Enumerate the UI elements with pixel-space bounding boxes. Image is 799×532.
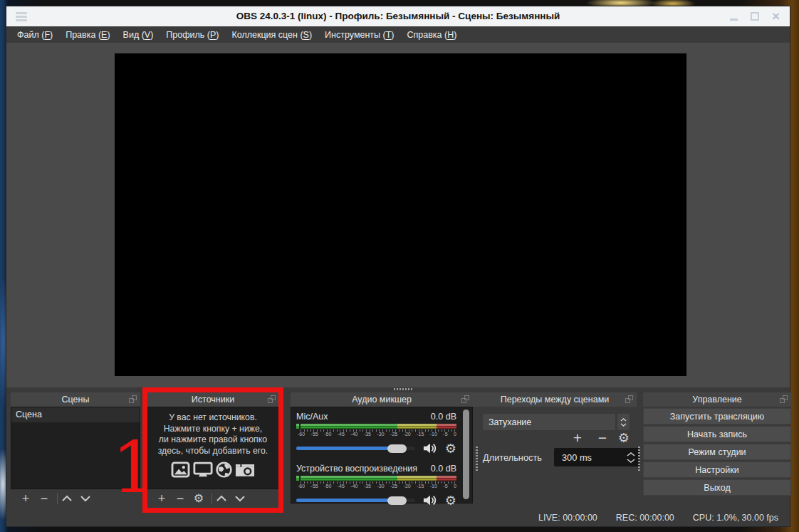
mixer-channel: Mic/Aux 0.0 dB -60-55-50-45-40-35-30-25-… [296,410,456,457]
meter-bar [301,424,456,429]
float-panel-icon[interactable] [268,395,276,403]
menu-item[interactable]: Вид (V) [117,30,160,40]
add-source-button[interactable]: + [152,489,171,508]
image-icon [171,461,190,478]
live-time-status: LIVE: 00:00:00 [538,513,597,523]
maximize-icon [751,12,759,21]
duration-label: Длительность [483,452,542,463]
meter-tick-labels: -60-55-50-45-40-35-30-25-20-15-10-50 [298,432,456,438]
scenes-list[interactable]: Сцена [11,407,140,489]
exit-button[interactable]: Выход [643,479,791,496]
transitions-panel-header[interactable]: Переходы между сценами [473,392,637,407]
volume-slider-handle[interactable] [387,444,407,453]
start-streaming-button[interactable]: Запустить трансляцию [643,408,791,424]
controls-panel-title: Управление [692,395,742,405]
maximize-button[interactable] [751,12,759,21]
volume-slider[interactable] [296,499,415,502]
add-scene-button[interactable]: + [16,489,35,508]
meter-tick-labels: -60-55-50-45-40-35-30-25-20-15-10-50 [298,484,456,490]
float-panel-icon[interactable] [780,395,788,403]
mixer-settings-icon[interactable]: ⚙ [445,442,456,455]
transition-properties-button[interactable]: ⚙ [618,432,630,444]
scenes-toolbar: + − [11,489,140,508]
transitions-toolbar: + − ⚙ [473,429,630,447]
transitions-panel: Переходы между сценами Затухание + − ⚙ Д… [473,392,637,508]
scene-list-item[interactable]: Сцена [11,407,140,422]
panel-resize-handle[interactable] [638,447,640,472]
menu-item[interactable]: Файл (F) [11,30,59,40]
move-scene-up-button[interactable] [61,489,80,508]
volume-slider-fill [296,499,391,502]
desktop-wallpaper: OBS 24.0.3-1 (linux) - Профиль: Безымянн… [0,0,799,532]
minimize-icon [730,19,738,21]
rec-time-status: REC: 00:00:00 [616,513,674,523]
minimize-button[interactable] [730,12,738,21]
transition-selected-value: Затухание [489,417,531,427]
scenes-panel-header[interactable]: Сцены [11,392,140,407]
transitions-panel-title: Переходы между сценами [501,395,610,405]
speaker-icon[interactable] [423,442,437,454]
duration-spin-arrows[interactable] [625,450,637,464]
transition-select[interactable]: Затухание [483,414,615,430]
remove-scene-button[interactable]: − [35,489,53,508]
globe-icon [216,461,232,478]
volume-meter [296,476,456,481]
duration-input[interactable]: 300 ms [554,448,639,466]
channel-name: Mic/Aux [296,412,328,422]
duration-value: 300 ms [562,452,592,463]
move-source-down-button[interactable] [234,489,253,508]
float-panel-icon[interactable] [461,395,469,403]
toolbar-separator [212,494,212,504]
source-properties-button[interactable]: ⚙ [189,493,208,504]
volume-meter [296,424,456,429]
settings-button[interactable]: Настройки [643,461,791,478]
panel-resize-handle[interactable] [476,447,478,472]
menu-item[interactable]: Справка (H) [401,30,464,40]
window-controls: × [730,6,780,26]
window-title: OBS 24.0.3-1 (linux) - Профиль: Безымянн… [6,6,790,26]
remove-source-button[interactable]: − [171,489,189,508]
toolbar-separator [57,494,58,504]
controls-buttons: Запустить трансляцию Начать запись Режим… [643,407,791,496]
controls-panel-header[interactable]: Управление [643,392,791,407]
source-type-icons [147,461,278,478]
scenes-panel-title: Сцены [62,395,90,405]
duration-row: Длительность 300 ms [483,448,633,466]
add-transition-button[interactable]: + [568,429,587,447]
transition-select-arrows[interactable] [617,414,630,430]
remove-transition-button[interactable]: − [593,429,612,447]
volume-slider-fill [296,447,391,450]
sources-panel-header[interactable]: Источники [147,392,279,407]
mixer-settings-icon[interactable]: ⚙ [445,494,456,507]
sources-empty-state[interactable]: У вас нет источников.Нажмите кнопку + ни… [147,407,279,489]
channel-db-value: 0.0 dB [431,464,456,474]
volume-slider-handle[interactable] [387,496,407,505]
preview-canvas[interactable] [115,53,686,376]
mixer-panel-header[interactable]: Аудио микшер [291,392,473,407]
meter-bar [301,476,456,481]
float-panel-icon[interactable] [625,395,633,403]
move-scene-down-button[interactable] [80,489,98,508]
speaker-icon[interactable] [423,494,437,506]
menu-item[interactable]: Инструменты (T) [318,30,400,40]
dock-resize-handle[interactable] [394,388,414,390]
studio-mode-button[interactable]: Режим студии [643,444,791,460]
volume-slider[interactable] [296,447,415,450]
channel-name: Устройство воспроизведения [296,464,417,474]
mixer-scrollbar[interactable] [463,410,469,499]
move-source-up-button[interactable] [216,489,234,508]
menu-item[interactable]: Коллекция сцен (S) [225,30,318,40]
start-recording-button[interactable]: Начать запись [643,426,791,442]
display-icon [193,461,213,478]
menu-item[interactable]: Профиль (P) [160,30,225,40]
titlebar: OBS 24.0.3-1 (linux) - Профиль: Безымянн… [6,6,790,26]
menubar: Файл (F) Правка (E) Вид (V) Профиль (P) … [6,26,790,43]
mixer-channel: Устройство воспроизведения 0.0 dB -60-55… [296,462,456,508]
sources-panel-title: Источники [192,395,234,405]
mixer-panel-title: Аудио микшер [352,395,412,405]
float-panel-icon[interactable] [129,395,137,403]
sources-empty-text: У вас нет источников.Нажмите кнопку + ни… [147,407,278,457]
close-button[interactable]: × [772,9,780,24]
camera-icon [235,461,255,478]
menu-item[interactable]: Правка (E) [59,30,116,40]
